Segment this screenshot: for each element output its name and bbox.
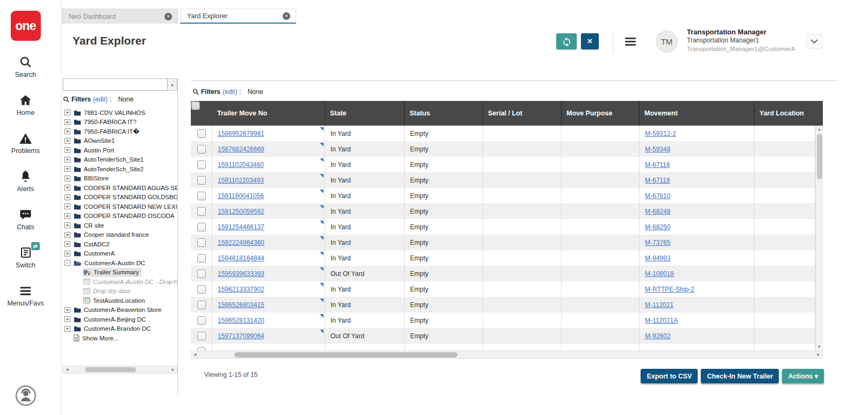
expand-icon[interactable]: +: [64, 241, 70, 247]
tree-item[interactable]: +AutoTenderSch_Site1: [63, 155, 177, 165]
movement-link[interactable]: M-112021A: [645, 317, 678, 324]
movement-link[interactable]: M-68250: [645, 223, 670, 231]
row-checkbox[interactable]: [197, 285, 206, 294]
scroll-thumb[interactable]: [85, 367, 136, 372]
tree-item[interactable]: +COOPER STANDARD AGUAS SEALING: [63, 183, 177, 193]
tab-close-icon[interactable]: ×: [283, 12, 290, 20]
header-cell[interactable]: Serial / Lot: [483, 101, 562, 126]
row-checkbox[interactable]: [197, 332, 206, 340]
tree-item[interactable]: CustomerA-Austin DC - DropYard: [63, 277, 177, 287]
vertical-scrollbar[interactable]: ▲ ▼: [815, 126, 823, 351]
trailer-move-link[interactable]: 1591102203493: [218, 177, 264, 184]
header-menu-icon[interactable]: [625, 38, 636, 47]
movement-link[interactable]: M-67810: [645, 192, 670, 200]
scroll-thumb[interactable]: [234, 352, 457, 358]
collapse-icon[interactable]: −: [64, 260, 70, 266]
header-cell[interactable]: Movement: [640, 101, 755, 126]
export-csv-button[interactable]: Export to CSV: [641, 369, 698, 383]
tree-item[interactable]: +BBIStore: [63, 174, 177, 184]
scroll-up-icon[interactable]: ▲: [816, 126, 823, 133]
expand-icon[interactable]: +: [64, 213, 70, 219]
expand-icon[interactable]: +: [64, 203, 70, 209]
scroll-down-icon[interactable]: ▼: [816, 343, 823, 351]
row-checkbox[interactable]: [197, 223, 206, 231]
trailer-move-link[interactable]: 1591160041056: [218, 192, 264, 200]
tree-item[interactable]: −CustomerA-Austin DC: [63, 258, 177, 268]
expand-icon[interactable]: +: [64, 166, 70, 172]
row-checkbox[interactable]: [197, 176, 206, 185]
movement-link[interactable]: M-67116: [645, 161, 670, 169]
tree-item[interactable]: +7881-CDV VALINHOS: [63, 108, 177, 118]
search-collapse-button[interactable]: ▲: [168, 78, 177, 91]
filters-edit-link[interactable]: (edit): [223, 88, 237, 96]
tree-item[interactable]: +COOPER STANDARD OSCODA: [63, 212, 177, 221]
sidebar-item-alerts[interactable]: Alerts: [0, 169, 51, 193]
trailer-move-link[interactable]: 1596213337902: [218, 286, 264, 293]
movement-link[interactable]: M-59312-2: [645, 130, 676, 137]
chevron-down-icon[interactable]: [806, 34, 822, 49]
scroll-left-icon[interactable]: ◄: [191, 351, 199, 358]
checkin-new-trailer-button[interactable]: Check-In New Trailer: [701, 369, 779, 383]
expand-icon[interactable]: +: [64, 176, 70, 181]
expand-icon[interactable]: +: [64, 251, 70, 257]
movement-link[interactable]: M-67118: [645, 177, 670, 184]
movement-link[interactable]: M-68248: [645, 208, 670, 215]
sidebar-item-switch[interactable]: ⇄Switch: [0, 245, 51, 269]
movement-link[interactable]: M-59348: [645, 145, 670, 153]
tree-item[interactable]: +CstADC2: [63, 239, 177, 249]
expand-icon[interactable]: +: [64, 326, 70, 332]
trailer-move-link[interactable]: 1596526803415: [218, 301, 264, 309]
trailer-move-link[interactable]: 1596528131420: [218, 317, 264, 324]
movement-link[interactable]: M-73765: [645, 239, 670, 246]
trailer-move-link[interactable]: 1594618164844: [218, 254, 264, 262]
tree-item[interactable]: +AutoTenderSch_Site2: [63, 164, 177, 174]
trailer-move-link[interactable]: 1592224964360: [218, 239, 264, 246]
expand-icon[interactable]: +: [64, 110, 70, 115]
tree-item[interactable]: +7950-FABRICA IT?: [63, 118, 177, 127]
row-checkbox[interactable]: [197, 129, 206, 138]
trailer-move-link[interactable]: 1591250059592: [218, 208, 264, 215]
tree-item[interactable]: +CustomerA-Beaverton Store: [63, 305, 177, 315]
actions-button[interactable]: Actions ▾: [782, 369, 824, 383]
header-cell[interactable]: Move Purpose: [562, 101, 640, 126]
trailer-move-link[interactable]: 1591254466137: [218, 223, 264, 231]
tree-item[interactable]: Trailer Summary: [63, 268, 177, 278]
filters-edit-link[interactable]: (edit): [93, 96, 107, 103]
expand-icon[interactable]: +: [64, 138, 70, 144]
expand-icon[interactable]: +: [64, 128, 70, 134]
expand-icon[interactable]: +: [64, 307, 70, 313]
row-checkbox[interactable]: [197, 192, 206, 200]
trailer-move-link[interactable]: 1597137099064: [218, 332, 264, 340]
avatar[interactable]: TM: [656, 31, 678, 53]
tree-item[interactable]: +COOPER STANDARD NEW LEXINGTO: [63, 202, 177, 212]
movement-link[interactable]: M-RTTPE-Ship-2: [645, 286, 694, 293]
scroll-left-icon[interactable]: ◄: [63, 366, 71, 373]
trailer-move-link[interactable]: 1595939633393: [218, 270, 264, 278]
trailer-move-link[interactable]: 1587682426669: [218, 145, 264, 153]
tree-item[interactable]: +Austin Port: [63, 145, 177, 155]
expand-icon[interactable]: +: [64, 157, 70, 163]
expand-icon[interactable]: +: [64, 147, 70, 153]
tree-item[interactable]: +7950-FABRICA IT�: [63, 127, 177, 136]
scroll-thumb[interactable]: [817, 134, 822, 179]
trailer-move-link[interactable]: 1591102043460: [218, 161, 264, 169]
tree-search-input[interactable]: [63, 78, 168, 91]
sidebar-item-home[interactable]: Home: [0, 93, 51, 117]
tree-item[interactable]: Drop dry door: [63, 287, 177, 296]
expand-icon[interactable]: +: [64, 222, 70, 228]
select-all-checkbox[interactable]: [191, 101, 200, 110]
tree-horizontal-scrollbar[interactable]: ◄ ►: [63, 366, 177, 374]
support-icon[interactable]: [15, 385, 37, 406]
tree-item[interactable]: +Cooper standard france: [63, 230, 177, 240]
row-checkbox[interactable]: [197, 270, 206, 278]
sidebar-item-search[interactable]: Search: [0, 55, 51, 78]
header-cell[interactable]: State: [325, 101, 405, 126]
tree-item[interactable]: +CustomerA-Beijing DC: [63, 315, 177, 324]
tab-yard-explorer[interactable]: Yard Explorer ×: [180, 9, 296, 24]
row-checkbox[interactable]: [197, 254, 206, 263]
sidebar-item-chats[interactable]: Chats: [0, 207, 51, 231]
tree-item[interactable]: Show More...: [63, 333, 177, 343]
movement-link[interactable]: M-92602: [645, 332, 670, 340]
expand-icon[interactable]: +: [64, 316, 70, 322]
scroll-right-icon[interactable]: ►: [815, 351, 822, 358]
